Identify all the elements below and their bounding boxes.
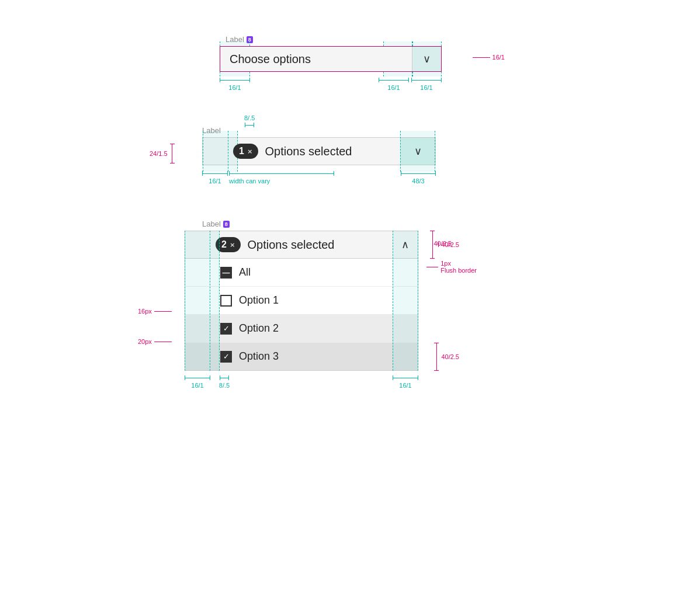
ex2-badge-count: 1 <box>239 146 244 156</box>
ex3-label-wrapper: Label 8 <box>202 220 230 228</box>
ex2-badge-x: × <box>248 147 252 156</box>
ex1-label: Label <box>226 35 244 44</box>
ex3-item-all[interactable]: — All <box>185 259 418 287</box>
ex1-ruler-left: 16/1 <box>220 78 250 91</box>
ex3-left-20px: 20px <box>138 338 172 345</box>
ex3-checkbox-option1[interactable] <box>220 295 232 307</box>
ex1-purple-num: 8 <box>247 36 253 43</box>
ex3-label: Label <box>202 220 221 228</box>
ex2-chevron[interactable]: ∨ <box>400 138 435 165</box>
ex3-item-option1[interactable]: Option 1 <box>185 287 418 315</box>
example3-section: Label 8 2 × Options selected ∧ — All Op <box>161 220 512 389</box>
ex2-badge: 1 × <box>233 144 258 159</box>
ex3-wrapper: 2 × Options selected ∧ — All Option 1 ✓ … <box>185 231 418 371</box>
example2-section: 8/.5 Label 24/1.5 1 × Options selected <box>179 126 494 185</box>
ex2-left-col <box>203 131 228 172</box>
ex2-v-measure: 24/1.5 <box>150 144 175 163</box>
ex3-right-bottom-measure: 40/2.5 <box>434 343 459 371</box>
ex3-item-option3-label: Option 3 <box>239 350 279 363</box>
ex1-chevron[interactable]: ∨ <box>412 47 441 71</box>
ex1-select[interactable]: Choose options ∨ <box>220 46 442 72</box>
ex3-bottom-rulers: 16/1 8/.5 16/1 <box>185 375 418 389</box>
ex3-item-option2-label: Option 2 <box>239 322 279 335</box>
ex3-selected-text: Options selected <box>241 238 393 252</box>
ex3-checkbox-option2[interactable]: ✓ <box>220 323 232 335</box>
ex1-right-annotation: 16/1 <box>473 54 505 61</box>
ex3-item-option3[interactable]: ✓ Option 3 <box>185 343 418 371</box>
ex3-left-col <box>185 231 210 371</box>
ex3-badge-count: 2 <box>221 239 227 250</box>
ex3-item-all-label: All <box>239 266 251 279</box>
ex3-checkbox-all[interactable]: — <box>220 267 232 279</box>
ex3-checkbox-option3[interactable]: ✓ <box>220 351 232 363</box>
ex3-chevron[interactable]: ∧ <box>392 231 418 259</box>
ex3-border-annotation: 1px Flush border <box>426 260 477 274</box>
ex3-purple-num: 8 <box>223 221 230 228</box>
ex3-item-option1-label: Option 1 <box>239 294 279 307</box>
ex3-mid-col <box>210 231 220 371</box>
ex3-item-option2[interactable]: ✓ Option 2 <box>185 315 418 343</box>
ex2-select[interactable]: 1 × Options selected ∨ <box>202 137 436 165</box>
ex1-ruler-right1: 16/1 <box>379 78 409 91</box>
ex2-top-measure: 8/.5 <box>244 114 255 127</box>
ex1-placeholder: Choose options <box>220 47 412 71</box>
ex3-right-top-measure: 40/2.5 40/2.5 <box>438 231 459 259</box>
ex3-badge-x: × <box>230 241 235 249</box>
ex2-bottom-rulers: 16/1 width can vary 48/3 <box>202 171 436 185</box>
ex3-select-row[interactable]: 2 × Options selected ∧ <box>185 231 418 259</box>
example1-section: Label 8 Choose options ∨ 16/1 16/1 <box>202 35 471 91</box>
ex2-text: Options selected <box>258 145 401 158</box>
ex1-ruler-right2: 16/1 <box>411 78 442 91</box>
ex3-left-16px: 16px <box>138 308 172 315</box>
